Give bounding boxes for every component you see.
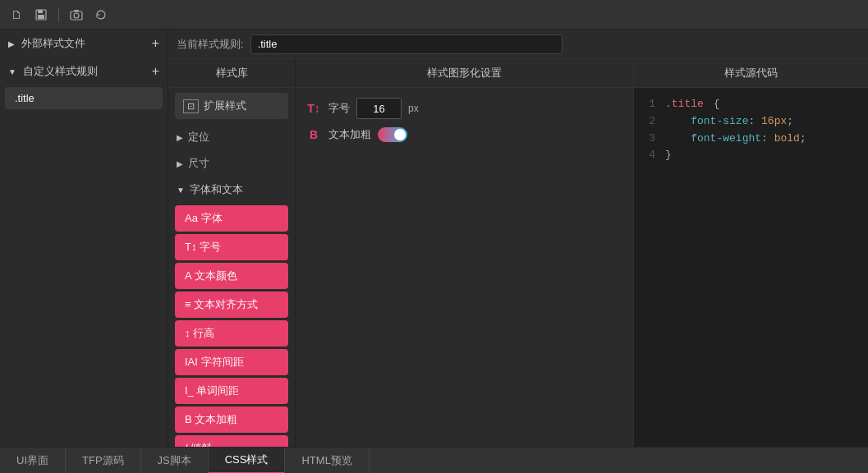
style-btn-font-family[interactable]: Aa 字体: [175, 205, 288, 232]
category-font-text[interactable]: ▼ 字体和文本: [168, 177, 295, 203]
expand-style-label: 扩展样式: [204, 99, 246, 113]
expand-icon: ▶: [8, 39, 15, 48]
add-external-style-button[interactable]: +: [152, 36, 159, 51]
font-size-input[interactable]: [356, 98, 402, 119]
tab-ui-label: UI界面: [16, 453, 48, 468]
tab-css-label: CSS样式: [225, 452, 269, 467]
toggle-track: [378, 127, 407, 142]
save-button[interactable]: [31, 5, 51, 25]
toggle-thumb: [394, 129, 406, 140]
toolbar: 🗋: [0, 0, 868, 30]
style-rule-title[interactable]: .title: [5, 87, 163, 109]
expand-style-button[interactable]: ⊡ 扩展样式: [175, 93, 288, 119]
line-num-3: 3: [642, 131, 655, 148]
tri-icon-font: ▼: [177, 186, 185, 195]
code-line-4: 4 }: [642, 147, 860, 164]
font-weight-icon: B: [305, 128, 322, 141]
screenshot-button[interactable]: [67, 5, 86, 25]
style-btn-line-height[interactable]: ↕ 行高: [175, 320, 288, 347]
style-btn-word-spacing[interactable]: I_ 单词间距: [175, 378, 288, 404]
line-num-1: 1: [642, 96, 655, 113]
font-size-unit: px: [408, 103, 419, 114]
custom-styles-header[interactable]: ▼ 自定义样式规则 +: [0, 57, 168, 85]
tri-icon: ▶: [177, 133, 183, 142]
source-code-panel: 样式源代码 1 .title { 2 font-size: 16px;: [634, 59, 868, 447]
category-size-label: 尺寸: [188, 156, 209, 171]
tab-js[interactable]: JS脚本: [141, 448, 209, 474]
source-code-header: 样式源代码: [634, 59, 868, 88]
code-brace-open: {: [714, 96, 720, 113]
tri-icon-size: ▶: [177, 159, 183, 168]
category-positioning-label: 定位: [188, 130, 209, 145]
style-btn-letter-spacing[interactable]: IAI 字符间距: [175, 349, 288, 375]
svg-rect-2: [38, 15, 44, 19]
svg-point-4: [74, 13, 79, 18]
left-panel: ▶ 外部样式文件 + ▼ 自定义样式规则 + .title: [0, 30, 168, 447]
current-rule-input[interactable]: [250, 34, 563, 54]
tab-css[interactable]: CSS样式: [209, 448, 286, 474]
expand-icon-2: ▼: [8, 67, 16, 76]
graphical-settings-panel: 样式图形化设置 T↕ 字号 px B 文本加粗: [296, 59, 634, 447]
style-btn-font-size[interactable]: T↕ 字号: [175, 234, 288, 260]
style-btn-text-align[interactable]: ≡ 文本对齐方式: [175, 292, 288, 318]
font-size-row: T↕ 字号 px: [305, 98, 623, 119]
main-area: ▶ 外部样式文件 + ▼ 自定义样式规则 + .title 当前样式规则: 样式…: [0, 30, 868, 447]
line-num-2: 2: [642, 113, 655, 131]
code-area: 1 .title { 2 font-size: 16px; 3 f: [634, 88, 868, 172]
tab-tfp[interactable]: TFP源码: [66, 448, 141, 474]
font-weight-row: B 文本加粗: [305, 127, 623, 142]
tab-tfp-label: TFP源码: [82, 453, 124, 468]
tab-html-label: HTML预览: [301, 453, 351, 468]
font-size-label: 字号: [328, 101, 350, 116]
external-styles-label: 外部样式文件: [21, 37, 85, 49]
style-btn-text-color[interactable]: A 文本颜色: [175, 263, 288, 289]
current-rule-bar: 当前样式规则:: [168, 30, 868, 59]
bottom-tabs: UI界面 TFP源码 JS脚本 CSS样式 HTML预览: [0, 447, 868, 473]
svg-rect-5: [74, 10, 79, 11]
style-library-scroll: ⊡ 扩展样式 ▶ 定位 ▶ 尺寸 ▼ 字体和文本 Aa: [168, 88, 295, 447]
code-prop-1: font-size: 16px;: [665, 113, 793, 131]
svg-rect-1: [38, 10, 43, 13]
code-line-1: 1 .title {: [642, 96, 860, 113]
category-size[interactable]: ▶ 尺寸: [168, 150, 295, 177]
style-btn-italic[interactable]: I 倾斜: [175, 435, 288, 447]
line-num-4: 4: [642, 147, 655, 164]
tab-ui[interactable]: UI界面: [0, 448, 66, 474]
new-file-button[interactable]: 🗋: [7, 5, 26, 25]
add-custom-style-button[interactable]: +: [152, 64, 159, 79]
refresh-button[interactable]: [91, 5, 111, 25]
code-prop-2: font-weight: bold;: [665, 131, 806, 148]
style-btn-font-weight[interactable]: B 文本加粗: [175, 406, 288, 433]
current-rule-label: 当前样式规则:: [177, 37, 244, 52]
font-size-icon: T↕: [305, 102, 322, 115]
three-col-layout: 样式库 ⊡ 扩展样式 ▶ 定位 ▶ 尺寸 ▼: [168, 59, 868, 447]
code-line-3: 3 font-weight: bold;: [642, 131, 860, 148]
tab-html[interactable]: HTML预览: [285, 448, 369, 474]
toolbar-separator: [58, 7, 59, 22]
category-font-text-label: 字体和文本: [190, 182, 243, 197]
style-library-header: 样式库: [168, 59, 295, 88]
expand-icon-box: ⊡: [183, 99, 199, 113]
font-weight-label: 文本加粗: [328, 127, 371, 142]
code-brace-close: }: [665, 147, 672, 164]
category-positioning[interactable]: ▶ 定位: [168, 124, 295, 150]
tab-js-label: JS脚本: [158, 453, 191, 468]
font-weight-toggle[interactable]: [378, 127, 407, 142]
content-area: 当前样式规则: 样式库 ⊡ 扩展样式 ▶ 定位 ▶: [168, 30, 868, 447]
graphical-settings-header: 样式图形化设置: [296, 59, 633, 88]
style-library-panel: 样式库 ⊡ 扩展样式 ▶ 定位 ▶ 尺寸 ▼: [168, 59, 296, 447]
external-styles-header[interactable]: ▶ 外部样式文件 +: [0, 30, 168, 57]
code-line-2: 2 font-size: 16px;: [642, 113, 860, 131]
code-selector: .title: [665, 96, 704, 113]
custom-styles-label: 自定义样式规则: [23, 65, 98, 77]
